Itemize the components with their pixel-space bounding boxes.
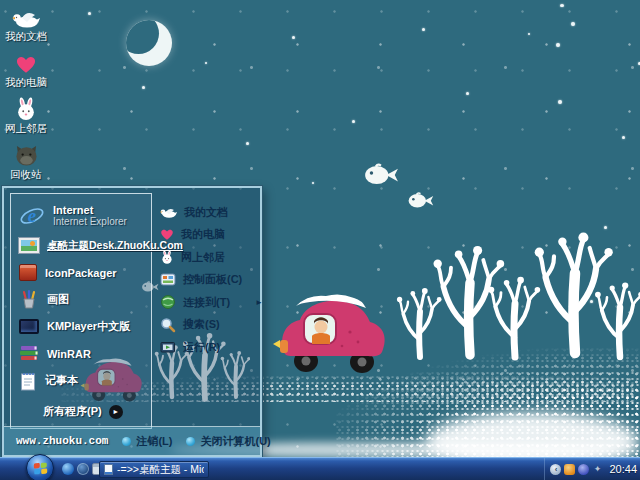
logoff-icon [122, 437, 131, 446]
desktop-icon-label: 我的文档 [0, 31, 52, 42]
start-menu-pinned-list: e Internet Internet Explorer 桌酷主题Desk.Zh… [10, 193, 152, 429]
bunny-icon [0, 95, 52, 121]
desktop: 我的文档 我的电脑 网上邻居 回收站 e Internet Internet [0, 0, 640, 480]
start-menu-item-notepad[interactable]: 记事本 [16, 367, 151, 394]
start-menu-footer: www.zhuoku.com 注销(L) 关闭计算机(U) [4, 426, 260, 455]
blue-tray-icon[interactable] [578, 464, 589, 475]
internet-explorer-icon: e [19, 203, 45, 229]
desktop-icon-label: 我的电脑 [0, 77, 52, 88]
cat-icon [0, 141, 52, 167]
start-menu-item-control-panel[interactable]: 控制面板(C) [157, 269, 261, 292]
winrar-icon [19, 345, 39, 362]
item-label: Internet [53, 205, 127, 216]
snowflake [312, 182, 314, 184]
search-icon [160, 317, 176, 333]
svg-text:e: e [28, 205, 37, 226]
shutdown-button[interactable]: 关闭计算机(U) [186, 434, 270, 449]
run-icon [160, 340, 176, 354]
snowflake [292, 36, 295, 39]
gray-tray-icon[interactable]: ✦ [592, 464, 602, 475]
dove-icon [160, 206, 177, 219]
snowflake [352, 120, 355, 123]
start-menu-item-network-places[interactable]: 网上邻居 [157, 246, 261, 269]
start-button[interactable] [26, 454, 54, 480]
snowflake [571, 22, 575, 26]
start-menu: e Internet Internet Explorer 桌酷主题Desk.Zh… [2, 186, 262, 457]
snowflake [558, 100, 562, 104]
start-menu-places-list: 我的文档 我的电脑 网上邻居 控制面板(C) [157, 201, 261, 359]
snowflake [622, 136, 625, 139]
start-menu-item-internet[interactable]: e Internet Internet Explorer [16, 199, 151, 232]
snowflake [205, 62, 207, 64]
item-label: WinRAR [47, 348, 91, 360]
desktop-icon-network-places[interactable]: 网上邻居 [0, 95, 52, 134]
item-label: 记事本 [45, 373, 78, 388]
all-programs-button[interactable]: 所有程序(P) ► [43, 404, 123, 419]
snowflake [590, 300, 593, 303]
snowflake [528, 33, 530, 35]
zhuoku-site-link[interactable]: www.zhuoku.com [16, 435, 108, 447]
heart-icon [160, 228, 174, 241]
logoff-button[interactable]: 注销(L) [122, 434, 172, 449]
connect-icon [160, 294, 176, 310]
windows-flag-icon [33, 462, 47, 474]
kmplayer-icon [19, 319, 39, 334]
dove-icon [0, 3, 52, 29]
desktop-icon-recycle-bin[interactable]: 回收站 [0, 141, 52, 180]
paint-icon [19, 289, 39, 310]
shutdown-icon [186, 437, 195, 446]
snowflake [604, 226, 607, 229]
all-programs-label: 所有程序(P) [43, 404, 102, 419]
desktop-icon-my-computer[interactable]: 我的电脑 [0, 49, 52, 88]
orange-tray-icon[interactable] [564, 464, 575, 475]
start-menu-item-connect-to[interactable]: 连接到(T) ► [157, 291, 261, 314]
snowflake [142, 86, 145, 89]
system-tray: ‹ ✦ 20:44 [544, 458, 637, 480]
all-programs-arrow-icon: ► [109, 405, 123, 419]
snowflake [466, 92, 469, 95]
start-menu-item-search[interactable]: 搜索(S) [157, 314, 261, 337]
iconpackager-icon [19, 264, 37, 281]
picture-icon [19, 238, 39, 253]
snowflake [88, 12, 91, 15]
heart-icon [0, 49, 52, 75]
fish-small [407, 190, 434, 210]
start-menu-item-my-documents[interactable]: 我的文档 [157, 201, 261, 224]
item-label: KMPlayer中文版 [47, 319, 130, 334]
start-menu-item-kmplayer[interactable]: KMPlayer中文版 [16, 313, 151, 340]
start-menu-item-my-computer[interactable]: 我的电脑 [157, 224, 261, 247]
bunny-icon [160, 250, 174, 264]
item-label: IconPackager [45, 267, 117, 279]
fish-large [363, 160, 399, 188]
taskbar-clock[interactable]: 20:44 [609, 463, 637, 475]
start-menu-item-paint[interactable]: 画图 [16, 286, 151, 313]
globe-icon[interactable] [77, 463, 89, 475]
moon [126, 20, 172, 66]
hide-icons-chevron[interactable]: ‹ [550, 464, 561, 475]
control-panel-icon [160, 272, 176, 287]
snowflake [246, 142, 249, 145]
start-menu-item-zhuoku-theme[interactable]: 桌酷主题Desk.ZhuoKu.Com [16, 232, 151, 259]
snowflake [422, 28, 425, 31]
desktop-icon-label: 网上邻居 [0, 123, 52, 134]
taskbar-task-zhuoku-theme[interactable]: -=>>桌酷主题 - Mic... [99, 461, 209, 478]
start-menu-item-iconpackager[interactable]: IconPackager [16, 259, 151, 286]
item-label: 画图 [47, 292, 69, 307]
taskbar: » -=>>桌酷主题 - Mic... ‹ ✦ 20:44 [0, 457, 640, 480]
item-sublabel: Internet Explorer [53, 216, 127, 227]
notepad-icon [19, 371, 37, 391]
desktop-icon-my-documents[interactable]: 我的文档 [0, 3, 52, 42]
snowflake [560, 4, 564, 7]
task-page-icon [104, 464, 113, 475]
start-menu-item-winrar[interactable]: WinRAR [16, 340, 151, 367]
snowflake [556, 43, 560, 47]
desktop-icon-label: 回收站 [0, 169, 52, 180]
start-menu-item-run[interactable]: 运行(R) [157, 336, 261, 359]
messenger-icon[interactable] [62, 463, 74, 475]
submenu-arrow-icon: ► [255, 298, 263, 307]
